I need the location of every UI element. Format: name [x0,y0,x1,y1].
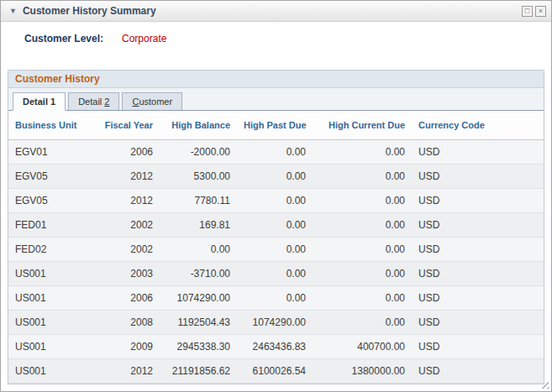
tab-detail-1[interactable]: Detail 1 [13,92,66,111]
table-cell: 2463436.83 [237,335,313,359]
restore-icon[interactable]: □ [522,6,533,17]
table-cell: 2006 [92,140,160,165]
table-cell: 5300.00 [160,165,237,189]
column-header: Fiscal Year [92,111,160,140]
table-cell: 0.00 [313,189,412,213]
column-header: Business Unit [8,111,92,140]
table-row: US00120092945338.302463436.83400700.00US… [8,335,544,359]
tab-label: Detail [78,97,104,107]
window-title: Customer History Summary [23,5,156,17]
table-cell: 0.00 [237,262,313,286]
table-cell: 169.81 [160,213,237,238]
table-cell: EGV05 [8,165,92,189]
tab-label: Detail 1 [23,97,55,107]
table-cell: 1192504.43 [160,311,237,335]
table-row: US00120061074290.000.000.00USD [8,286,544,311]
table-cell: USD [412,262,544,286]
table-cell: 0.00 [313,262,412,286]
table-cell: USD [412,238,544,262]
column-header: High Current Due [313,111,412,140]
table-cell: 2006 [92,286,160,311]
customer-level-value: Corporate [122,33,166,44]
customer-history-section: Customer History Detail 1 Detail 2 Custo… [8,70,544,384]
tab-accesskey: 2 [104,97,109,107]
table-cell: 0.00 [237,189,313,213]
table-cell: FED02 [8,238,92,262]
table-cell: 1074290.00 [237,311,313,335]
table-cell: USD [412,189,544,213]
table-cell: US001 [8,262,92,286]
close-icon[interactable]: × [535,6,546,17]
customer-level-label: Customer Level: [24,33,103,44]
table-cell: 400700.00 [313,335,412,359]
tab-detail-2[interactable]: Detail 2 [68,92,119,110]
table-cell: 0.00 [160,238,237,262]
table-cell: 0.00 [237,238,313,262]
table-row: US00120081192504.431074290.000.00USD [8,311,544,335]
table-cell: US001 [8,359,92,384]
table-cell: USD [412,165,544,189]
table-row: EGV0520125300.000.000.00USD [8,165,544,189]
customer-level-row: Customer Level: Corporate [24,33,551,44]
table-cell: 2945338.30 [160,335,237,359]
table-cell: FED01 [8,213,92,238]
table-cell: US001 [8,335,92,359]
table-cell: US001 [8,311,92,335]
table-cell: 2002 [92,213,160,238]
tab-label-rest: ustomer [139,97,172,107]
table-cell: 7780.11 [160,189,237,213]
table-cell: 0.00 [313,165,412,189]
collapse-triangle-icon[interactable]: ▼ [9,7,17,15]
table-cell: -2000.00 [160,140,237,165]
table-cell: 0.00 [237,140,313,165]
table-cell: USD [412,213,544,238]
table-cell: 0.00 [237,165,313,189]
table-cell: USD [412,140,544,165]
table-cell: 6100026.54 [237,359,313,384]
table-cell: USD [412,359,544,384]
table-cell: USD [412,335,544,359]
table-row: FED0220020.000.000.00USD [8,238,544,262]
tab-customer[interactable]: Customer [122,92,182,110]
customer-history-grid: Business UnitFiscal YearHigh BalanceHigh… [8,111,544,384]
table-cell: 0.00 [313,286,412,311]
window-titlebar: ▼ Customer History Summary □ × [1,1,551,22]
table-cell: EGV05 [8,189,92,213]
column-header: Currency Code [412,111,544,140]
table-cell: 1380000.00 [313,359,412,384]
table-cell: 2012 [92,165,160,189]
table-row: US001201221191856.626100026.541380000.00… [8,359,544,384]
table-cell: 2008 [92,311,160,335]
table-cell: 0.00 [313,311,412,335]
table-cell: 1074290.00 [160,286,237,311]
tab-bar: Detail 1 Detail 2 Customer [8,88,544,111]
grid-body: EGV012006-2000.000.000.00USDEGV052012530… [8,140,544,384]
table-row: US0012003-3710.000.000.00USD [8,262,544,286]
table-cell: 2009 [92,335,160,359]
table-cell: 2002 [92,238,160,262]
column-header: High Past Due [237,111,313,140]
table-cell: 2003 [92,262,160,286]
table-cell: 21191856.62 [160,359,237,384]
table-cell: 0.00 [237,213,313,238]
table-row: FED012002169.810.000.00USD [8,213,544,238]
table-cell: USD [412,311,544,335]
grid-header-row: Business UnitFiscal YearHigh BalanceHigh… [8,111,544,140]
table-cell: 0.00 [313,238,412,262]
table-cell: 2012 [92,359,160,384]
table-cell: EGV01 [8,140,92,165]
table-row: EGV012006-2000.000.000.00USD [8,140,544,165]
table-row: EGV0520127780.110.000.00USD [8,189,544,213]
column-header: High Balance [160,111,237,140]
customer-history-summary-window: ▼ Customer History Summary □ × Customer … [0,0,552,392]
table-cell: 0.00 [313,213,412,238]
window-controls: □ × [522,6,546,17]
table-cell: USD [412,286,544,311]
section-title: Customer History [8,71,544,88]
table-cell: 2012 [92,189,160,213]
table-cell: 0.00 [313,140,412,165]
table-cell: 0.00 [237,286,313,311]
table-cell: -3710.00 [160,262,237,286]
table-cell: US001 [8,286,92,311]
